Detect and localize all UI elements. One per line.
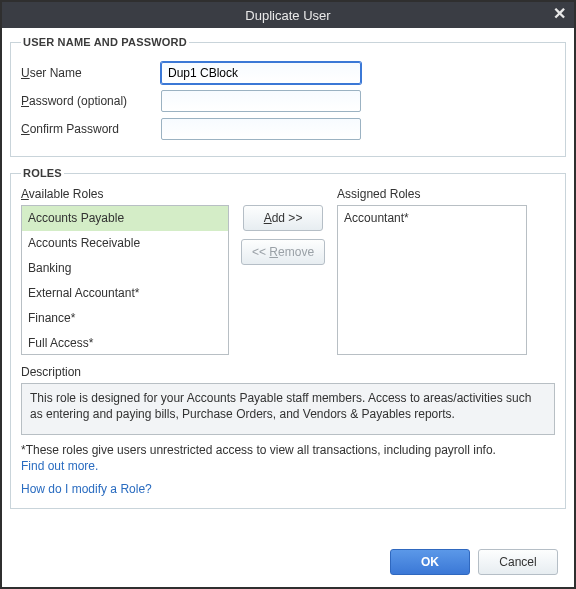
dialog-window: Duplicate User ✕ USER NAME AND PASSWORD …	[0, 0, 576, 589]
row-username: User Name	[21, 62, 555, 84]
roles-body: Available Roles Accounts PayableAccounts…	[21, 187, 555, 355]
available-roles-column: Available Roles Accounts PayableAccounts…	[21, 187, 229, 355]
assigned-roles-column: Assigned Roles Accountant*	[337, 187, 527, 355]
confirm-password-input[interactable]	[161, 118, 361, 140]
user-password-group: USER NAME AND PASSWORD User Name Passwor…	[10, 36, 566, 157]
find-out-more-link[interactable]: Find out more.	[21, 459, 98, 473]
user-password-legend: USER NAME AND PASSWORD	[21, 36, 189, 48]
list-item[interactable]: Accountant*	[338, 206, 526, 231]
password-label: Password (optional)	[21, 94, 161, 108]
roles-legend: ROLES	[21, 167, 64, 179]
modify-role-link[interactable]: How do I modify a Role?	[21, 482, 152, 496]
row-password: Password (optional)	[21, 90, 555, 112]
list-item[interactable]: Accounts Payable	[22, 206, 228, 231]
description-label: Description	[21, 365, 555, 379]
cancel-button[interactable]: Cancel	[478, 549, 558, 575]
password-input[interactable]	[161, 90, 361, 112]
assigned-roles-list[interactable]: Accountant*	[337, 205, 527, 355]
dialog-footer: OK Cancel	[390, 549, 558, 575]
roles-note: *These roles give users unrestricted acc…	[21, 443, 555, 474]
roles-group: ROLES Available Roles Accounts PayableAc…	[10, 167, 566, 509]
list-item[interactable]: Banking	[22, 256, 228, 281]
close-icon[interactable]: ✕	[553, 4, 566, 24]
confirm-password-label: Confirm Password	[21, 122, 161, 136]
title-bar: Duplicate User ✕	[2, 2, 574, 28]
modify-role-row: How do I modify a Role?	[21, 482, 555, 498]
description-box: This role is designed for your Accounts …	[21, 383, 555, 435]
dialog-content: USER NAME AND PASSWORD User Name Passwor…	[2, 28, 574, 587]
list-item[interactable]: Finance*	[22, 306, 228, 331]
list-item[interactable]: External Accountant*	[22, 281, 228, 306]
remove-role-button[interactable]: << Remove	[241, 239, 325, 265]
username-label: User Name	[21, 66, 161, 80]
available-roles-label: Available Roles	[21, 187, 229, 201]
add-role-button[interactable]: Add >>	[243, 205, 323, 231]
dialog-title: Duplicate User	[245, 8, 330, 23]
assigned-roles-label: Assigned Roles	[337, 187, 527, 201]
roles-note-text: *These roles give users unrestricted acc…	[21, 443, 496, 457]
row-confirm-password: Confirm Password	[21, 118, 555, 140]
available-roles-list[interactable]: Accounts PayableAccounts ReceivableBanki…	[21, 205, 229, 355]
ok-button[interactable]: OK	[390, 549, 470, 575]
list-item[interactable]: Full Access*	[22, 331, 228, 355]
username-input[interactable]	[161, 62, 361, 84]
list-item[interactable]: Accounts Receivable	[22, 231, 228, 256]
role-transfer-buttons: Add >> << Remove	[241, 187, 325, 355]
